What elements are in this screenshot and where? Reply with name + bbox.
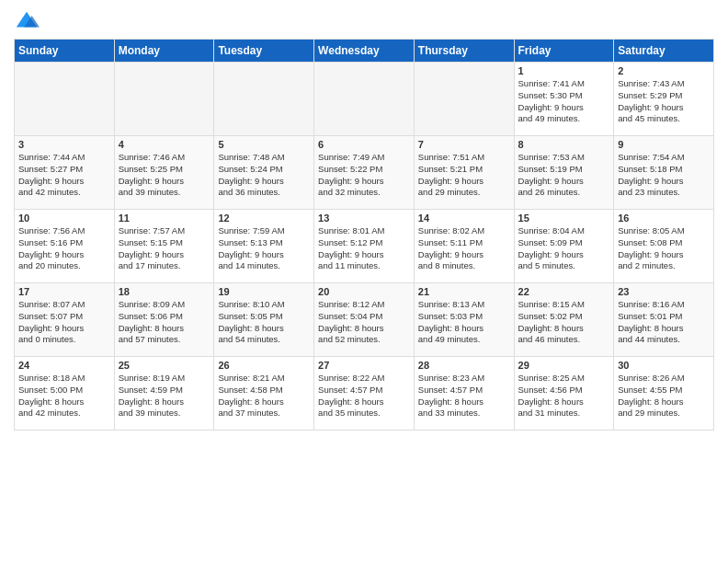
day-info: Sunrise: 8:10 AM Sunset: 5:05 PM Dayligh… [218,299,310,346]
day-number: 23 [618,286,710,297]
day-header-thursday: Thursday [414,40,514,63]
day-info: Sunrise: 8:12 AM Sunset: 5:04 PM Dayligh… [318,299,410,346]
day-info: Sunrise: 8:19 AM Sunset: 4:59 PM Dayligh… [119,373,210,419]
calendar-cell: 15Sunrise: 8:04 AM Sunset: 5:09 PM Dayli… [514,210,614,283]
day-number: 15 [518,213,610,224]
calendar-cell: 23Sunrise: 8:16 AM Sunset: 5:01 PM Dayli… [614,283,714,357]
day-info: Sunrise: 7:56 AM Sunset: 5:16 PM Dayligh… [18,225,110,272]
day-info: Sunrise: 8:05 AM Sunset: 5:08 PM Dayligh… [618,225,710,272]
logo [14,9,43,35]
day-number: 7 [418,139,510,150]
calendar-cell: 18Sunrise: 8:09 AM Sunset: 5:06 PM Dayli… [114,283,214,357]
calendar-cell [414,63,514,136]
day-number: 10 [18,213,110,224]
day-number: 9 [618,139,710,150]
day-info: Sunrise: 7:51 AM Sunset: 5:21 PM Dayligh… [418,152,510,199]
calendar-cell: 26Sunrise: 8:21 AM Sunset: 4:58 PM Dayli… [214,357,314,431]
logo-icon [14,9,40,35]
day-info: Sunrise: 7:53 AM Sunset: 5:19 PM Dayligh… [518,152,610,199]
calendar-cell: 8Sunrise: 7:53 AM Sunset: 5:19 PM Daylig… [514,136,614,210]
day-number: 5 [218,139,310,150]
day-info: Sunrise: 8:22 AM Sunset: 4:57 PM Dayligh… [318,373,410,419]
day-number: 26 [218,360,310,371]
calendar-table: SundayMondayTuesdayWednesdayThursdayFrid… [14,39,714,431]
day-number: 28 [418,360,510,371]
day-info: Sunrise: 8:18 AM Sunset: 5:00 PM Dayligh… [18,373,110,419]
day-number: 6 [318,139,410,150]
day-info: Sunrise: 8:02 AM Sunset: 5:11 PM Dayligh… [418,225,510,272]
day-info: Sunrise: 8:13 AM Sunset: 5:03 PM Dayligh… [418,299,510,346]
day-number: 27 [318,360,410,371]
day-info: Sunrise: 7:44 AM Sunset: 5:27 PM Dayligh… [18,152,110,199]
day-info: Sunrise: 7:48 AM Sunset: 5:24 PM Dayligh… [218,152,310,199]
day-info: Sunrise: 8:15 AM Sunset: 5:02 PM Dayligh… [518,299,610,346]
day-header-saturday: Saturday [614,40,714,63]
calendar-cell: 27Sunrise: 8:22 AM Sunset: 4:57 PM Dayli… [314,357,415,431]
calendar-cell [214,63,314,136]
calendar-cell: 13Sunrise: 8:01 AM Sunset: 5:12 PM Dayli… [314,210,415,283]
day-info: Sunrise: 7:59 AM Sunset: 5:13 PM Dayligh… [218,225,310,272]
calendar-cell: 7Sunrise: 7:51 AM Sunset: 5:21 PM Daylig… [414,136,514,210]
calendar-week-row: 24Sunrise: 8:18 AM Sunset: 5:00 PM Dayli… [15,357,714,431]
calendar-cell: 28Sunrise: 8:23 AM Sunset: 4:57 PM Dayli… [414,357,514,431]
calendar-cell: 1Sunrise: 7:41 AM Sunset: 5:30 PM Daylig… [514,63,614,136]
header [14,9,714,35]
calendar-cell [114,63,214,136]
day-info: Sunrise: 8:23 AM Sunset: 4:57 PM Dayligh… [418,373,510,419]
calendar-cell: 14Sunrise: 8:02 AM Sunset: 5:11 PM Dayli… [414,210,514,283]
calendar-cell: 4Sunrise: 7:46 AM Sunset: 5:25 PM Daylig… [114,136,214,210]
day-info: Sunrise: 7:43 AM Sunset: 5:29 PM Dayligh… [618,78,710,125]
day-info: Sunrise: 8:09 AM Sunset: 5:06 PM Dayligh… [119,299,210,346]
calendar-cell: 22Sunrise: 8:15 AM Sunset: 5:02 PM Dayli… [514,283,614,357]
calendar-week-row: 1Sunrise: 7:41 AM Sunset: 5:30 PM Daylig… [15,63,714,136]
day-header-monday: Monday [114,40,214,63]
day-number: 24 [18,360,110,371]
day-info: Sunrise: 7:57 AM Sunset: 5:15 PM Dayligh… [119,225,210,272]
calendar-cell: 2Sunrise: 7:43 AM Sunset: 5:29 PM Daylig… [614,63,714,136]
calendar-cell: 25Sunrise: 8:19 AM Sunset: 4:59 PM Dayli… [114,357,214,431]
day-info: Sunrise: 8:07 AM Sunset: 5:07 PM Dayligh… [18,299,110,346]
page-container: SundayMondayTuesdayWednesdayThursdayFrid… [0,0,728,435]
day-number: 19 [218,286,310,297]
day-info: Sunrise: 8:25 AM Sunset: 4:56 PM Dayligh… [518,373,610,419]
calendar-cell: 16Sunrise: 8:05 AM Sunset: 5:08 PM Dayli… [614,210,714,283]
day-number: 25 [119,360,210,371]
calendar-cell: 30Sunrise: 8:26 AM Sunset: 4:55 PM Dayli… [614,357,714,431]
day-info: Sunrise: 8:01 AM Sunset: 5:12 PM Dayligh… [318,225,410,272]
calendar-cell: 17Sunrise: 8:07 AM Sunset: 5:07 PM Dayli… [15,283,115,357]
day-info: Sunrise: 8:16 AM Sunset: 5:01 PM Dayligh… [618,299,710,346]
day-info: Sunrise: 8:26 AM Sunset: 4:55 PM Dayligh… [618,373,710,419]
day-info: Sunrise: 8:04 AM Sunset: 5:09 PM Dayligh… [518,225,610,272]
calendar-cell: 29Sunrise: 8:25 AM Sunset: 4:56 PM Dayli… [514,357,614,431]
calendar-cell: 3Sunrise: 7:44 AM Sunset: 5:27 PM Daylig… [15,136,115,210]
calendar-week-row: 10Sunrise: 7:56 AM Sunset: 5:16 PM Dayli… [15,210,714,283]
calendar-cell: 21Sunrise: 8:13 AM Sunset: 5:03 PM Dayli… [414,283,514,357]
day-number: 21 [418,286,510,297]
calendar-cell: 9Sunrise: 7:54 AM Sunset: 5:18 PM Daylig… [614,136,714,210]
day-info: Sunrise: 7:54 AM Sunset: 5:18 PM Dayligh… [618,152,710,199]
day-number: 8 [518,139,610,150]
day-number: 11 [119,213,210,224]
day-number: 30 [618,360,710,371]
calendar-cell: 5Sunrise: 7:48 AM Sunset: 5:24 PM Daylig… [214,136,314,210]
day-number: 13 [318,213,410,224]
calendar-week-row: 3Sunrise: 7:44 AM Sunset: 5:27 PM Daylig… [15,136,714,210]
day-number: 14 [418,213,510,224]
day-info: Sunrise: 7:41 AM Sunset: 5:30 PM Dayligh… [518,78,610,125]
day-info: Sunrise: 8:21 AM Sunset: 4:58 PM Dayligh… [218,373,310,419]
day-number: 29 [518,360,610,371]
day-number: 20 [318,286,410,297]
calendar-cell: 11Sunrise: 7:57 AM Sunset: 5:15 PM Dayli… [114,210,214,283]
calendar-cell: 12Sunrise: 7:59 AM Sunset: 5:13 PM Dayli… [214,210,314,283]
calendar-cell: 20Sunrise: 8:12 AM Sunset: 5:04 PM Dayli… [314,283,415,357]
calendar-cell: 6Sunrise: 7:49 AM Sunset: 5:22 PM Daylig… [314,136,415,210]
day-number: 22 [518,286,610,297]
calendar-cell [314,63,415,136]
day-number: 16 [618,213,710,224]
calendar-cell: 10Sunrise: 7:56 AM Sunset: 5:16 PM Dayli… [15,210,115,283]
day-number: 4 [119,139,210,150]
day-header-tuesday: Tuesday [214,40,314,63]
day-header-sunday: Sunday [15,40,115,63]
day-number: 17 [18,286,110,297]
day-number: 12 [218,213,310,224]
